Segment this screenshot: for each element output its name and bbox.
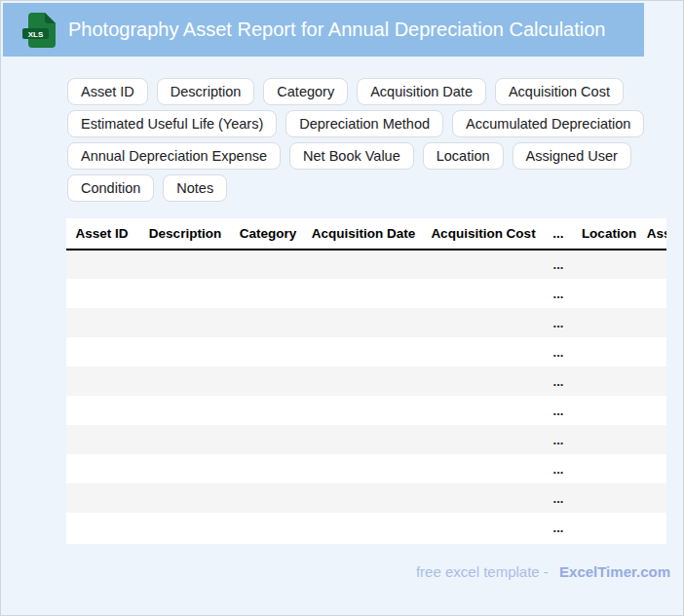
column-chip[interactable]: Assigned User <box>513 142 631 170</box>
column-chip[interactable]: Accumulated Depreciation <box>452 110 644 137</box>
empty-cell <box>424 483 543 513</box>
column-chip[interactable]: Estimated Useful Life (Years) <box>67 110 277 137</box>
empty-cell <box>66 454 137 483</box>
empty-cell <box>303 279 424 308</box>
empty-cell <box>644 483 666 513</box>
empty-cell <box>137 337 233 366</box>
xls-file-icon: XLS <box>22 12 56 49</box>
empty-cell <box>233 279 303 308</box>
empty-cell <box>303 454 424 483</box>
empty-cell <box>66 513 137 542</box>
empty-cell <box>66 396 137 425</box>
column-chip[interactable]: Depreciation Method <box>285 110 443 137</box>
empty-cell <box>574 483 644 513</box>
empty-cell <box>303 337 424 366</box>
empty-cell <box>644 396 666 425</box>
empty-cell <box>137 425 233 454</box>
empty-cell <box>424 454 543 483</box>
file-fold <box>45 13 56 23</box>
empty-cell <box>424 513 543 542</box>
column-chip[interactable]: Acquisition Cost <box>495 78 624 105</box>
chip-row: Estimated Useful Life (Years)Depreciatio… <box>67 110 644 137</box>
empty-cell <box>137 366 233 396</box>
table-row: ... <box>66 250 666 279</box>
table-row: ... <box>66 513 666 542</box>
empty-cell <box>644 513 666 542</box>
table-body: .............................. <box>66 250 666 542</box>
page: XLS Photography Asset Report for Annual … <box>0 0 684 616</box>
column-chip[interactable]: Location <box>423 142 504 170</box>
empty-cell <box>66 366 137 396</box>
empty-cell <box>233 454 303 483</box>
empty-cell <box>574 337 644 366</box>
title-bar: XLS Photography Asset Report for Annual … <box>3 3 644 57</box>
empty-cell <box>137 513 233 542</box>
report-table: Asset IDDescriptionCategoryAcquisition D… <box>66 218 666 542</box>
empty-cell <box>137 250 233 279</box>
empty-cell <box>303 425 424 454</box>
column-chip[interactable]: Notes <box>163 174 227 202</box>
empty-cell <box>574 454 644 483</box>
empty-cell <box>644 337 666 366</box>
column-chip[interactable]: Category <box>263 78 348 105</box>
column-header: Acquisition Date <box>303 218 424 250</box>
footer-brand-link[interactable]: ExcelTimer.com <box>559 563 670 580</box>
empty-cell <box>644 250 666 279</box>
empty-cell <box>574 513 644 542</box>
empty-cell <box>424 425 543 454</box>
empty-cell <box>424 308 543 337</box>
column-chip[interactable]: Annual Depreciation Expense <box>67 142 281 170</box>
table-row: ... <box>66 366 666 396</box>
empty-cell <box>303 396 424 425</box>
report-table-container: Asset IDDescriptionCategoryAcquisition D… <box>66 218 666 544</box>
table-row: ... <box>66 396 666 425</box>
column-chip[interactable]: Condition <box>67 174 154 202</box>
row-ellipsis-cell: ... <box>543 454 574 483</box>
empty-cell <box>233 425 303 454</box>
row-ellipsis-cell: ... <box>543 250 574 279</box>
empty-cell <box>303 513 424 542</box>
empty-cell <box>574 366 644 396</box>
column-header: ... <box>543 218 574 250</box>
file-label-text: XLS <box>28 29 44 38</box>
footer: free excel template - ExcelTimer.com <box>416 563 670 580</box>
column-chip[interactable]: Description <box>157 78 255 105</box>
column-header: Description <box>137 218 233 250</box>
row-ellipsis-cell: ... <box>543 396 574 425</box>
empty-cell <box>644 366 666 396</box>
table-header-row: Asset IDDescriptionCategoryAcquisition D… <box>66 218 666 250</box>
column-chip-list: Asset IDDescriptionCategoryAcquisition D… <box>67 78 644 202</box>
chip-row: Asset IDDescriptionCategoryAcquisition D… <box>67 78 644 105</box>
table-row: ... <box>66 337 666 366</box>
empty-cell <box>424 396 543 425</box>
empty-cell <box>233 250 303 279</box>
empty-cell <box>137 454 233 483</box>
empty-cell <box>574 425 644 454</box>
empty-cell <box>66 425 137 454</box>
column-chip[interactable]: Acquisition Date <box>357 78 486 105</box>
page-title: Photography Asset Report for Annual Depr… <box>68 19 605 41</box>
empty-cell <box>233 337 303 366</box>
row-ellipsis-cell: ... <box>543 279 574 308</box>
row-ellipsis-cell: ... <box>543 366 574 396</box>
table-row: ... <box>66 308 666 337</box>
row-ellipsis-cell: ... <box>543 513 574 542</box>
empty-cell <box>574 279 644 308</box>
table-row: ... <box>66 279 666 308</box>
empty-cell <box>233 366 303 396</box>
empty-cell <box>137 483 233 513</box>
empty-cell <box>574 250 644 279</box>
row-ellipsis-cell: ... <box>543 308 574 337</box>
chip-row: Annual Depreciation ExpenseNet Book Valu… <box>67 142 644 170</box>
column-header: Acquisition Cost <box>424 218 543 250</box>
empty-cell <box>574 308 644 337</box>
column-chip[interactable]: Net Book Value <box>289 142 414 170</box>
column-chip[interactable]: Asset ID <box>67 78 148 105</box>
empty-cell <box>66 483 137 513</box>
column-header: Category <box>233 218 303 250</box>
empty-cell <box>137 279 233 308</box>
empty-cell <box>644 279 666 308</box>
empty-cell <box>644 308 666 337</box>
empty-cell <box>233 483 303 513</box>
empty-cell <box>303 308 424 337</box>
